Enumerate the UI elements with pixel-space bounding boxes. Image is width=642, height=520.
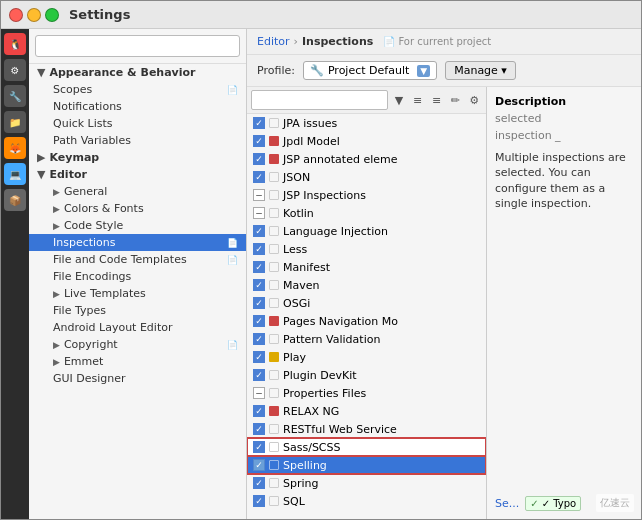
insp-item-manifest[interactable]: ✓ Manifest [247,258,486,276]
tree-item-scopes[interactable]: Scopes 📄 [29,81,246,98]
insp-label-json: JSON [283,171,310,184]
tree-item-emmet[interactable]: ▶ Emmet [29,353,246,370]
insp-label-jsp-annot: JSP annotated eleme [283,153,397,166]
type-dropdown[interactable]: ✓ ✓ Typo [525,496,581,511]
minimize-button[interactable] [27,8,41,22]
insp-item-spelling[interactable]: ✓ Spelling [247,456,486,474]
tree-item-file-encodings[interactable]: File Encodings [29,268,246,285]
insp-item-spring[interactable]: ✓ Spring [247,474,486,492]
insp-item-osgi[interactable]: ✓ OSGi [247,294,486,312]
tree-item-android-layout[interactable]: Android Layout Editor [29,319,246,336]
description-title: Description [495,95,633,108]
insp-check-lang-inject[interactable]: ✓ [253,225,265,237]
manage-button[interactable]: Manage ▾ [445,61,516,80]
insp-item-play[interactable]: ✓ Play [247,348,486,366]
tree-item-quicklists[interactable]: Quick Lists [29,115,246,132]
insp-item-sql[interactable]: ✓ SQL [247,492,486,510]
insp-check-pages-nav[interactable]: ✓ [253,315,265,327]
titlebar: Settings [1,1,641,29]
close-button[interactable] [9,8,23,22]
section-editor[interactable]: ▼ Editor [29,166,246,183]
profile-dropdown-arrow[interactable]: ▼ [417,65,430,77]
tree-item-pathvariables[interactable]: Path Variables [29,132,246,149]
insp-check-sql[interactable]: ✓ [253,495,265,507]
insp-check-jpa[interactable]: ✓ [253,117,265,129]
insp-sev-spelling [269,460,279,470]
insp-check-spring[interactable]: ✓ [253,477,265,489]
os-icon-7[interactable]: 📦 [4,189,26,211]
copyright-icon: 📄 [227,340,238,350]
insp-item-kotlin[interactable]: − Kotlin [247,204,486,222]
insp-check-json[interactable]: ✓ [253,171,265,183]
insp-item-lang-inject[interactable]: ✓ Language Injection [247,222,486,240]
insp-item-relaxng[interactable]: ✓ RELAX NG [247,402,486,420]
insp-check-restful[interactable]: ✓ [253,423,265,435]
insp-check-kotlin[interactable]: − [253,207,265,219]
insp-check-plugin-devkit[interactable]: ✓ [253,369,265,381]
os-icon-4[interactable]: 📁 [4,111,26,133]
tree-search-input[interactable] [35,35,240,57]
tree-item-gui-designer[interactable]: GUI Designer [29,370,246,387]
insp-item-jpa[interactable]: ✓ JPA issues [247,114,486,132]
copyright-arrow: ▶ [53,340,60,350]
tree-item-colors-fonts[interactable]: ▶ Colors & Fonts [29,200,246,217]
tree-item-live-templates[interactable]: ▶ Live Templates [29,285,246,302]
tree-item-inspections[interactable]: Inspections 📄 [29,234,246,251]
os-icon-3[interactable]: 🔧 [4,85,26,107]
insp-check-less[interactable]: ✓ [253,243,265,255]
maximize-button[interactable] [45,8,59,22]
edit-button[interactable]: ✏ [447,91,463,109]
insp-item-plugin-devkit[interactable]: ✓ Plugin DevKit [247,366,486,384]
insp-item-less[interactable]: ✓ Less [247,240,486,258]
section-appearance[interactable]: ▼ Appearance & Behavior [29,64,246,81]
insp-check-jsp-annot[interactable]: ✓ [253,153,265,165]
insp-item-maven[interactable]: ✓ Maven [247,276,486,294]
insp-sev-osgi [269,298,279,308]
insp-check-properties[interactable]: − [253,387,265,399]
insp-check-relaxng[interactable]: ✓ [253,405,265,417]
os-icon-5[interactable]: 🦊 [4,137,26,159]
tree-item-general[interactable]: ▶ General [29,183,246,200]
file-templates-icon: 📄 [227,255,238,265]
insp-item-json[interactable]: ✓ JSON [247,168,486,186]
insp-item-jsp-insp[interactable]: − JSP Inspections [247,186,486,204]
insp-check-play[interactable]: ✓ [253,351,265,363]
expand-all-button[interactable]: ≡ [410,91,426,109]
breadcrumb-editor[interactable]: Editor [257,35,290,48]
section-keymap[interactable]: ▶ Keymap [29,149,246,166]
insp-check-spelling[interactable]: ✓ [253,459,265,471]
insp-item-sass[interactable]: ✓ Sass/SCSS [247,438,486,456]
insp-item-jpdl[interactable]: ✓ Jpdl Model [247,132,486,150]
insp-item-properties[interactable]: − Properties Files [247,384,486,402]
tree-item-notifications[interactable]: Notifications [29,98,246,115]
insp-check-osgi[interactable]: ✓ [253,297,265,309]
se-button[interactable]: Se... [495,497,519,510]
insp-item-restful[interactable]: ✓ RESTful Web Service [247,420,486,438]
os-icon-2[interactable]: ⚙ [4,59,26,81]
tree-item-code-style[interactable]: ▶ Code Style [29,217,246,234]
profile-select[interactable]: 🔧 Project Default ▼ [303,61,437,80]
collapse-all-button[interactable]: ≡ [429,91,445,109]
filter-button[interactable]: ▼ [391,91,407,109]
insp-check-maven[interactable]: ✓ [253,279,265,291]
insp-item-pages-nav[interactable]: ✓ Pages Navigation Mo [247,312,486,330]
tree-item-file-types[interactable]: File Types [29,302,246,319]
insp-label-relaxng: RELAX NG [283,405,339,418]
insp-sev-restful [269,424,279,434]
tree-item-copyright[interactable]: ▶ Copyright 📄 [29,336,246,353]
settings-button[interactable]: ⚙ [466,91,482,109]
insp-check-manifest[interactable]: ✓ [253,261,265,273]
tree-item-file-code-templates[interactable]: File and Code Templates 📄 [29,251,246,268]
inspection-search-input[interactable] [251,90,388,110]
insp-check-pattern-valid[interactable]: ✓ [253,333,265,345]
insp-check-sass[interactable]: ✓ [253,441,265,453]
description-panel: Description selected inspection _ Multip… [487,87,641,519]
os-icon-1[interactable]: 🐧 [4,33,26,55]
insp-sev-pattern-valid [269,334,279,344]
insp-item-jsp-annot[interactable]: ✓ JSP annotated eleme [247,150,486,168]
insp-check-jpdl[interactable]: ✓ [253,135,265,147]
os-icon-6[interactable]: 💻 [4,163,26,185]
insp-sev-manifest [269,262,279,272]
insp-item-pattern-valid[interactable]: ✓ Pattern Validation [247,330,486,348]
insp-check-jsp-insp[interactable]: − [253,189,265,201]
